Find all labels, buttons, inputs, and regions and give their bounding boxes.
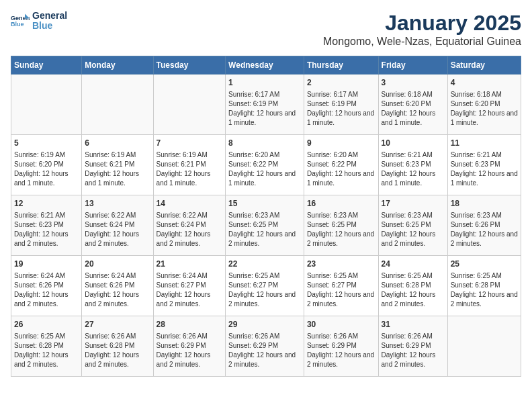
calendar-cell: 8Sunrise: 6:20 AM Sunset: 6:22 PM Daylig… — [226, 135, 304, 195]
day-info: Sunrise: 6:25 AM Sunset: 6:28 PM Dayligh… — [14, 332, 79, 369]
calendar-cell: 26Sunrise: 6:25 AM Sunset: 6:28 PM Dayli… — [11, 316, 82, 377]
day-number: 3 — [382, 77, 445, 89]
calendar-week-3: 12Sunrise: 6:21 AM Sunset: 6:23 PM Dayli… — [11, 195, 521, 256]
day-number: 11 — [451, 138, 518, 149]
day-info: Sunrise: 6:24 AM Sunset: 6:26 PM Dayligh… — [85, 271, 150, 309]
day-number: 8 — [228, 138, 301, 149]
calendar-cell: 2Sunrise: 6:17 AM Sunset: 6:19 PM Daylig… — [304, 75, 378, 135]
calendar-week-4: 19Sunrise: 6:24 AM Sunset: 6:26 PM Dayli… — [11, 256, 521, 316]
calendar-cell: 15Sunrise: 6:23 AM Sunset: 6:25 PM Dayli… — [226, 195, 304, 256]
calendar-cell: 23Sunrise: 6:25 AM Sunset: 6:27 PM Dayli… — [304, 256, 378, 316]
calendar-cell: 9Sunrise: 6:20 AM Sunset: 6:22 PM Daylig… — [304, 135, 378, 195]
day-number: 23 — [307, 259, 375, 270]
day-number: 16 — [307, 198, 375, 210]
calendar-cell: 1Sunrise: 6:17 AM Sunset: 6:19 PM Daylig… — [226, 75, 304, 135]
day-info: Sunrise: 6:23 AM Sunset: 6:26 PM Dayligh… — [451, 211, 518, 248]
day-number: 6 — [85, 138, 150, 149]
logo-line1: General — [32, 11, 67, 21]
calendar-week-1: 1Sunrise: 6:17 AM Sunset: 6:19 PM Daylig… — [11, 75, 521, 135]
day-number: 21 — [157, 259, 223, 270]
calendar-cell: 7Sunrise: 6:19 AM Sunset: 6:21 PM Daylig… — [153, 135, 226, 195]
day-info: Sunrise: 6:17 AM Sunset: 6:19 PM Dayligh… — [228, 90, 301, 128]
logo-icon: General Blue — [11, 11, 30, 30]
calendar-cell: 21Sunrise: 6:24 AM Sunset: 6:27 PM Dayli… — [153, 256, 226, 316]
subtitle: Mongomo, Wele-Nzas, Equatorial Guinea — [323, 36, 521, 48]
day-info: Sunrise: 6:24 AM Sunset: 6:27 PM Dayligh… — [157, 271, 223, 309]
calendar-cell: 25Sunrise: 6:25 AM Sunset: 6:28 PM Dayli… — [447, 256, 521, 316]
day-info: Sunrise: 6:23 AM Sunset: 6:25 PM Dayligh… — [228, 211, 301, 248]
day-info: Sunrise: 6:19 AM Sunset: 6:21 PM Dayligh… — [157, 150, 223, 188]
day-number: 27 — [85, 319, 150, 330]
day-info: Sunrise: 6:26 AM Sunset: 6:29 PM Dayligh… — [307, 332, 375, 369]
day-info: Sunrise: 6:26 AM Sunset: 6:29 PM Dayligh… — [382, 332, 445, 369]
day-info: Sunrise: 6:25 AM Sunset: 6:27 PM Dayligh… — [228, 271, 301, 309]
day-number: 25 — [451, 259, 518, 270]
calendar-cell — [153, 75, 226, 135]
calendar-cell — [82, 75, 153, 135]
calendar-cell: 22Sunrise: 6:25 AM Sunset: 6:27 PM Dayli… — [226, 256, 304, 316]
calendar-cell: 5Sunrise: 6:19 AM Sunset: 6:20 PM Daylig… — [11, 135, 82, 195]
day-number: 4 — [451, 77, 518, 89]
day-info: Sunrise: 6:25 AM Sunset: 6:28 PM Dayligh… — [382, 271, 445, 309]
calendar-cell: 31Sunrise: 6:26 AM Sunset: 6:29 PM Dayli… — [378, 316, 447, 377]
col-header-saturday: Saturday — [447, 56, 521, 75]
day-number: 2 — [307, 77, 375, 89]
day-number: 10 — [382, 138, 445, 149]
calendar-cell: 11Sunrise: 6:21 AM Sunset: 6:23 PM Dayli… — [447, 135, 521, 195]
day-info: Sunrise: 6:21 AM Sunset: 6:23 PM Dayligh… — [14, 211, 79, 248]
day-number: 18 — [451, 198, 518, 210]
day-info: Sunrise: 6:19 AM Sunset: 6:21 PM Dayligh… — [85, 150, 150, 188]
day-info: Sunrise: 6:22 AM Sunset: 6:24 PM Dayligh… — [85, 211, 150, 248]
main-title: January 2025 — [323, 11, 521, 36]
calendar-cell — [11, 75, 82, 135]
header-row: SundayMondayTuesdayWednesdayThursdayFrid… — [11, 56, 521, 75]
day-info: Sunrise: 6:23 AM Sunset: 6:25 PM Dayligh… — [382, 211, 445, 248]
day-number: 5 — [14, 138, 79, 149]
day-info: Sunrise: 6:25 AM Sunset: 6:28 PM Dayligh… — [451, 271, 518, 309]
day-number: 9 — [307, 138, 375, 149]
day-info: Sunrise: 6:20 AM Sunset: 6:22 PM Dayligh… — [307, 150, 375, 188]
day-info: Sunrise: 6:18 AM Sunset: 6:20 PM Dayligh… — [382, 90, 445, 128]
day-number: 20 — [85, 259, 150, 270]
day-number: 26 — [14, 319, 79, 330]
col-header-tuesday: Tuesday — [153, 56, 226, 75]
col-header-monday: Monday — [82, 56, 153, 75]
day-number: 30 — [307, 319, 375, 330]
logo: General Blue General Blue — [11, 11, 67, 32]
calendar-cell: 3Sunrise: 6:18 AM Sunset: 6:20 PM Daylig… — [378, 75, 447, 135]
calendar-week-2: 5Sunrise: 6:19 AM Sunset: 6:20 PM Daylig… — [11, 135, 521, 195]
title-section: January 2025 Mongomo, Wele-Nzas, Equator… — [323, 11, 521, 48]
calendar-cell: 29Sunrise: 6:26 AM Sunset: 6:29 PM Dayli… — [226, 316, 304, 377]
day-number: 29 — [228, 319, 301, 330]
day-number: 14 — [157, 198, 223, 210]
calendar-cell: 13Sunrise: 6:22 AM Sunset: 6:24 PM Dayli… — [82, 195, 153, 256]
calendar-week-5: 26Sunrise: 6:25 AM Sunset: 6:28 PM Dayli… — [11, 316, 521, 377]
calendar-cell: 4Sunrise: 6:18 AM Sunset: 6:20 PM Daylig… — [447, 75, 521, 135]
day-info: Sunrise: 6:24 AM Sunset: 6:26 PM Dayligh… — [14, 271, 79, 309]
logo-line2: Blue — [32, 21, 67, 31]
day-info: Sunrise: 6:21 AM Sunset: 6:23 PM Dayligh… — [382, 150, 445, 188]
calendar-cell: 27Sunrise: 6:26 AM Sunset: 6:28 PM Dayli… — [82, 316, 153, 377]
col-header-friday: Friday — [378, 56, 447, 75]
top-row: General Blue General Blue January 2025 M… — [11, 11, 521, 50]
day-info: Sunrise: 6:20 AM Sunset: 6:22 PM Dayligh… — [228, 150, 301, 188]
day-info: Sunrise: 6:21 AM Sunset: 6:23 PM Dayligh… — [451, 150, 518, 188]
day-info: Sunrise: 6:26 AM Sunset: 6:28 PM Dayligh… — [85, 332, 150, 369]
day-number: 7 — [157, 138, 223, 149]
calendar-cell: 17Sunrise: 6:23 AM Sunset: 6:25 PM Dayli… — [378, 195, 447, 256]
calendar-table: SundayMondayTuesdayWednesdayThursdayFrid… — [11, 56, 521, 377]
day-number: 31 — [382, 319, 445, 330]
day-info: Sunrise: 6:22 AM Sunset: 6:24 PM Dayligh… — [157, 211, 223, 248]
day-number: 17 — [382, 198, 445, 210]
day-info: Sunrise: 6:18 AM Sunset: 6:20 PM Dayligh… — [451, 90, 518, 128]
day-info: Sunrise: 6:26 AM Sunset: 6:29 PM Dayligh… — [228, 332, 301, 369]
calendar-cell: 18Sunrise: 6:23 AM Sunset: 6:26 PM Dayli… — [447, 195, 521, 256]
day-info: Sunrise: 6:25 AM Sunset: 6:27 PM Dayligh… — [307, 271, 375, 309]
day-info: Sunrise: 6:17 AM Sunset: 6:19 PM Dayligh… — [307, 90, 375, 128]
calendar-cell: 20Sunrise: 6:24 AM Sunset: 6:26 PM Dayli… — [82, 256, 153, 316]
day-number: 1 — [228, 77, 301, 89]
day-info: Sunrise: 6:19 AM Sunset: 6:20 PM Dayligh… — [14, 150, 79, 188]
calendar-cell: 30Sunrise: 6:26 AM Sunset: 6:29 PM Dayli… — [304, 316, 378, 377]
calendar-cell: 10Sunrise: 6:21 AM Sunset: 6:23 PM Dayli… — [378, 135, 447, 195]
calendar-cell: 6Sunrise: 6:19 AM Sunset: 6:21 PM Daylig… — [82, 135, 153, 195]
